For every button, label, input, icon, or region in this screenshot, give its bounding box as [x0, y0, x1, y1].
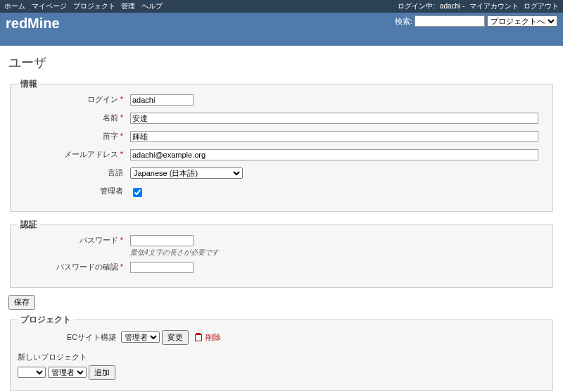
project-role-select[interactable]: 管理者: [121, 331, 160, 343]
password-hint: 最低4文字の長さが必要です: [130, 248, 545, 258]
nav-home[interactable]: ホーム: [4, 2, 25, 10]
search-input[interactable]: [415, 15, 485, 27]
language-select[interactable]: Japanese (日本語): [130, 167, 243, 179]
nav-mypage[interactable]: マイページ: [32, 2, 67, 10]
header: 検索: プロジェクトへ移動... redMine: [0, 13, 563, 46]
login-label: ログイン *: [18, 94, 123, 105]
auth-legend: 認証: [18, 219, 40, 231]
login-field[interactable]: [130, 94, 194, 106]
new-project-role-select[interactable]: 管理者: [48, 367, 87, 378]
password-field[interactable]: [130, 235, 194, 246]
nav-help[interactable]: ヘルプ: [141, 2, 163, 10]
nav-logout[interactable]: ログアウト: [524, 2, 559, 10]
delete-link[interactable]: 削除: [205, 333, 221, 341]
admin-label: 管理者: [18, 186, 123, 196]
search-label: 検索:: [395, 17, 412, 25]
firstname-label: 名前 *: [18, 113, 123, 123]
save-button[interactable]: [8, 295, 35, 310]
new-project-label: 新しいプロジェクト: [18, 352, 545, 362]
top-menu: ホーム マイページ プロジェクト 管理 ヘルプ ログイン中: adachi - …: [0, 0, 563, 13]
lastname-field[interactable]: [130, 131, 538, 142]
project-jump-select[interactable]: プロジェクトへ移動...: [487, 15, 557, 27]
info-legend: 情報: [18, 78, 40, 90]
add-button[interactable]: [89, 365, 115, 380]
nav-my-account[interactable]: マイアカウント: [469, 2, 519, 10]
auth-fieldset: 認証 パスワード * 最低4文字の長さが必要です パスワードの確認 *: [10, 219, 553, 288]
mail-field[interactable]: [130, 149, 538, 160]
password-confirm-field[interactable]: [130, 262, 194, 273]
quick-search: 検索: プロジェクトへ移動...: [395, 15, 557, 27]
firstname-field[interactable]: [130, 113, 538, 124]
language-label: 言語: [18, 167, 123, 178]
new-project-section: 新しいプロジェクト 管理者: [18, 352, 545, 380]
change-button[interactable]: [162, 330, 189, 345]
new-project-select[interactable]: [18, 367, 46, 378]
mail-label: メールアドレス *: [18, 149, 123, 160]
main: ユーザ 情報 ログイン * 名前 * 苗字 * メールアドレス * 言語 Jap…: [0, 46, 563, 392]
nav-admin[interactable]: 管理: [121, 2, 135, 10]
project-membership-row: ECサイト構築 管理者 削除: [18, 330, 545, 345]
info-fieldset: 情報 ログイン * 名前 * 苗字 * メールアドレス * 言語 Japanes…: [10, 78, 553, 212]
logged-as-label: ログイン中:: [398, 2, 435, 10]
password-confirm-label: パスワードの確認 *: [18, 262, 123, 272]
nav-projects[interactable]: プロジェクト: [73, 2, 115, 10]
admin-checkbox[interactable]: [133, 188, 142, 197]
project-name-label: ECサイト構築: [60, 332, 116, 343]
projects-legend: プロジェクト: [18, 314, 74, 326]
logged-user-link[interactable]: adachi: [440, 2, 460, 10]
lastname-label: 苗字 *: [18, 131, 123, 141]
trash-icon: [195, 334, 202, 341]
password-label: パスワード *: [18, 235, 123, 246]
projects-fieldset: プロジェクト ECサイト構築 管理者 削除 新しいプロジェクト 管理者: [10, 314, 553, 391]
page-title: ユーザ: [8, 54, 555, 71]
